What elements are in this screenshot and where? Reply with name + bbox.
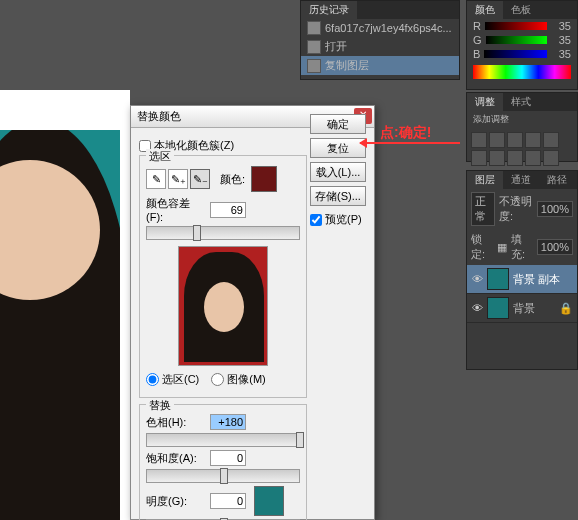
saturation-input[interactable] (210, 450, 246, 466)
history-item-duplicate[interactable]: 复制图层 (301, 56, 459, 75)
ok-button[interactable]: 确定 (310, 114, 366, 134)
source-color-swatch[interactable] (251, 166, 277, 192)
visibility-icon[interactable]: 👁 (471, 273, 483, 285)
tab-paths[interactable]: 路径 (539, 171, 575, 189)
canvas[interactable] (0, 90, 130, 520)
adjustments-panel: 调整 样式 添加调整 (466, 92, 578, 162)
r-label: R (473, 20, 481, 32)
opacity-label: 不透明度: (499, 194, 533, 224)
vibrance-icon[interactable] (543, 132, 559, 148)
b-label: B (473, 48, 480, 60)
color-spectrum[interactable] (473, 65, 571, 79)
g-value[interactable]: 35 (551, 34, 571, 46)
photo-filter-icon[interactable] (525, 150, 541, 166)
tab-color[interactable]: 颜色 (467, 1, 503, 19)
add-adjustment-label: 添加调整 (467, 111, 577, 128)
fuzziness-input[interactable] (210, 202, 246, 218)
hue-slider[interactable] (146, 433, 300, 447)
blend-mode-dropdown[interactable]: 正常 (471, 192, 495, 226)
tab-swatches[interactable]: 色板 (503, 1, 539, 19)
replace-legend: 替换 (146, 398, 174, 413)
selection-preview[interactable] (178, 246, 268, 366)
b-slider[interactable] (484, 50, 547, 58)
replace-color-dialog: 替换颜色 ✕ 本地化颜色簇(Z) 选区 ✎ ✎₊ ✎₋ 颜色: 颜色容差(F): (130, 105, 375, 520)
hue-input[interactable] (210, 414, 246, 430)
selection-legend: 选区 (146, 149, 174, 164)
layer-name: 背景 副本 (513, 272, 560, 287)
selection-fieldset: 选区 ✎ ✎₊ ✎₋ 颜色: 颜色容差(F): 选区(C) (139, 155, 307, 398)
history-panel: 历史记录 6fa017c7jw1ey4fx6ps4c... 打开 复制图层 (300, 0, 460, 80)
eyedropper-minus-icon[interactable]: ✎₋ (190, 169, 210, 189)
radio-image[interactable]: 图像(M) (211, 372, 266, 387)
layer-thumb[interactable] (487, 297, 509, 319)
fuzziness-slider[interactable] (146, 226, 300, 240)
balance-icon[interactable] (489, 150, 505, 166)
photo-teal-bg (0, 130, 120, 520)
history-item-open[interactable]: 打开 (301, 37, 459, 56)
opacity-input[interactable]: 100% (537, 201, 573, 217)
tab-adjustments[interactable]: 调整 (467, 93, 503, 111)
load-button[interactable]: 载入(L)... (310, 162, 366, 182)
exposure-icon[interactable] (525, 132, 541, 148)
lightness-input[interactable] (210, 493, 246, 509)
brightness-icon[interactable] (471, 132, 487, 148)
layer-thumb[interactable] (487, 268, 509, 290)
annotation-text: 点:确定! (380, 124, 431, 142)
b-value[interactable]: 35 (551, 48, 571, 60)
replace-fieldset: 替换 色相(H): 饱和度(A): 明度(G): 结果 (139, 404, 307, 520)
color-panel: 颜色 色板 R35 G35 B35 (466, 0, 578, 90)
tab-styles[interactable]: 样式 (503, 93, 539, 111)
color-label: 颜色: (220, 172, 245, 187)
levels-icon[interactable] (489, 132, 505, 148)
history-file[interactable]: 6fa017c7jw1ey4fx6ps4c... (301, 19, 459, 37)
curves-icon[interactable] (507, 132, 523, 148)
lock-pixels-icon[interactable]: ▦ (497, 241, 507, 254)
layer-name: 背景 (513, 301, 535, 316)
lock-icon: 🔒 (559, 302, 573, 315)
r-value[interactable]: 35 (551, 20, 571, 32)
saturation-slider[interactable] (146, 469, 300, 483)
eyedropper-plus-icon[interactable]: ✎₊ (168, 169, 188, 189)
r-slider[interactable] (485, 22, 547, 30)
visibility-icon[interactable]: 👁 (471, 302, 483, 314)
fuzziness-label: 颜色容差(F): (146, 196, 206, 223)
hue-label: 色相(H): (146, 415, 206, 430)
lightness-label: 明度(G): (146, 494, 206, 509)
saturation-label: 饱和度(A): (146, 451, 206, 466)
layer-bg-copy[interactable]: 👁 背景 副本 (467, 265, 577, 294)
layers-panel: 图层 通道 路径 正常 不透明度: 100% 锁定: ▦ 填充: 100% 👁 … (466, 170, 578, 370)
tab-history[interactable]: 历史记录 (301, 1, 357, 19)
layer-bg[interactable]: 👁 背景 🔒 (467, 294, 577, 323)
fill-input[interactable]: 100% (537, 239, 573, 255)
g-label: G (473, 34, 482, 46)
bw-icon[interactable] (507, 150, 523, 166)
annotation-arrow (360, 142, 460, 144)
save-button[interactable]: 存储(S)... (310, 186, 366, 206)
dialog-title: 替换颜色 (137, 110, 181, 122)
tab-channels[interactable]: 通道 (503, 171, 539, 189)
mixer-icon[interactable] (543, 150, 559, 166)
fill-label: 填充: (511, 232, 533, 262)
hue-icon[interactable] (471, 150, 487, 166)
tab-layers[interactable]: 图层 (467, 171, 503, 189)
preview-checkbox[interactable]: 预览(P) (310, 212, 366, 227)
lock-label: 锁定: (471, 232, 493, 262)
eyedropper-icon[interactable]: ✎ (146, 169, 166, 189)
radio-selection[interactable]: 选区(C) (146, 372, 199, 387)
result-swatch[interactable] (254, 486, 284, 516)
g-slider[interactable] (486, 36, 547, 44)
